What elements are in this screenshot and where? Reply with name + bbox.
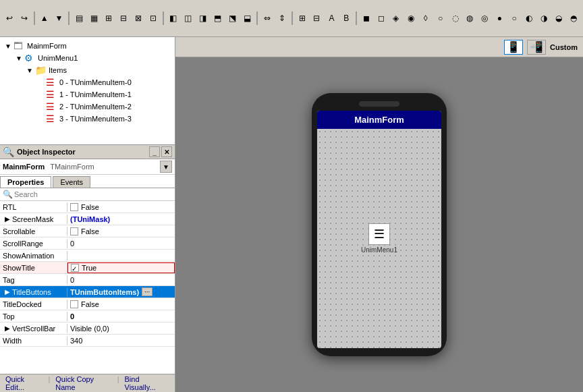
tree-item-mainform[interactable]: ▼ 🗔 MainmForm (0, 40, 175, 52)
prop-value-scrollable: False (67, 227, 175, 236)
prop-row-width: Width 340 (0, 335, 175, 347)
toolbar-btn-redo[interactable]: ↪ (18, 11, 31, 26)
tree-toggle-unimenu1[interactable]: ▼ (13, 55, 24, 62)
left-panel: ▼ 🗔 MainmForm ▼ ⚙ UnimMenu1 ▼ 📁 Items (0, 37, 175, 392)
device-toolbar: 📱 📲 Custom (175, 37, 583, 57)
toolbar-btn-c1[interactable]: ◼ (360, 11, 373, 26)
phone-notch (359, 101, 399, 107)
inspector-minimize-btn[interactable]: _ (149, 146, 160, 157)
prop-checkbox-showtitle[interactable] (71, 264, 79, 272)
prop-value-scrollrange: 0 (67, 239, 175, 248)
prop-row-top: Top 0 (0, 310, 175, 323)
tree-item-items[interactable]: ▼ 📁 Items (0, 64, 175, 76)
prop-row-showanimation: ShowAnimation (0, 250, 175, 262)
phone-component-unimenu[interactable]: ☰ UnimMenu1 (361, 223, 397, 254)
toolbar-btn-1[interactable]: ▤ (72, 11, 86, 26)
tree-item-item0[interactable]: ☰ 0 - TUnimMenuItem-0 (0, 76, 175, 88)
tree-item-unimenu1[interactable]: ▼ ⚙ UnimMenu1 (0, 52, 175, 64)
toolbar-btn-4[interactable]: ⊟ (117, 11, 130, 26)
toolbar-btn-undo[interactable]: ↩ (3, 11, 16, 26)
prop-checkbox-rtl[interactable] (70, 203, 78, 211)
prop-name-showtitle: ShowTitle (0, 263, 67, 273)
prop-row-vertscrollbar: ▶VertScrollBar Visible (0,0) (0, 323, 175, 335)
prop-val-titledocked: False (81, 300, 99, 308)
object-type: TMainmForm (50, 163, 94, 171)
toolbar-btn-snap[interactable]: ⊟ (310, 11, 324, 26)
toolbar-btn-c5[interactable]: ◊ (419, 11, 433, 26)
toolbar-btn-c4[interactable]: ◉ (404, 11, 418, 26)
tree-item-item3[interactable]: ☰ 3 - TUnimMenuItem-3 (0, 113, 175, 125)
device-landscape-btn[interactable]: 📲 (527, 40, 546, 55)
prop-name-top: Top (0, 312, 67, 321)
quick-copy-name-btn[interactable]: Quick Copy Name (53, 375, 114, 391)
prop-expand-titlebuttons[interactable]: ▶ (3, 288, 12, 296)
search-input[interactable] (14, 190, 172, 198)
tree-item-item1[interactable]: ☰ 1 - TUnimMenuItem-1 (0, 88, 175, 101)
prop-checkbox-titledocked[interactable] (70, 300, 78, 308)
toolbar-btn-align-bot[interactable]: ⬓ (240, 11, 254, 26)
prop-row-scrollable: Scrollable False (0, 225, 175, 237)
prop-expand-screenmask[interactable]: ▶ (3, 215, 12, 223)
toolbar-btn-dist-v[interactable]: ⇕ (275, 11, 289, 26)
toolbar-btn-c9[interactable]: ◎ (478, 11, 491, 26)
toolbar-btn-align-top[interactable]: ⬒ (211, 11, 224, 26)
tree-toggle-mainform[interactable]: ▼ (3, 43, 13, 50)
toolbar-btn-dist-h[interactable]: ⇔ (260, 11, 274, 26)
toolbar-btn-a[interactable]: A (325, 11, 338, 26)
phone-canvas[interactable]: ☰ UnimMenu1 (317, 129, 441, 348)
tree-toggle-items[interactable]: ▼ (24, 67, 35, 74)
toolbar-btn-grid[interactable]: ⊞ (296, 11, 309, 26)
toolbar-btn-c12[interactable]: ◐ (522, 11, 536, 26)
toolbar-btn-c15[interactable]: ◓ (567, 11, 580, 26)
prop-val-scrollable: False (81, 227, 99, 235)
toolbar-btn-c7[interactable]: ◌ (449, 11, 462, 26)
toolbar-btn-align-center[interactable]: ◫ (182, 11, 195, 26)
toolbar-btn-c11[interactable]: ○ (507, 11, 521, 26)
toolbar-btn-align-right[interactable]: ◨ (196, 11, 209, 26)
toolbar-btn-c13[interactable]: ◑ (537, 11, 551, 26)
toolbar-sep-6 (356, 11, 357, 25)
prop-value-titledocked: False (67, 300, 175, 309)
prop-checkbox-scrollable[interactable] (70, 227, 78, 235)
toolbar-btn-6[interactable]: ⊡ (146, 11, 160, 26)
toolbar-btn-2[interactable]: ▦ (87, 11, 101, 26)
toolbar-btn-c3[interactable]: ◈ (389, 11, 403, 26)
prop-row-rtl: RTL False (0, 201, 175, 213)
tree-label-item1: 1 - TUnimMenuItem-1 (59, 90, 132, 99)
toolbar-btn-down[interactable]: ▼ (53, 11, 66, 26)
form-title-text: MainmForm (354, 115, 404, 125)
toolbar-btn-align-mid[interactable]: ⬔ (225, 11, 239, 26)
tab-properties[interactable]: Properties (0, 176, 51, 188)
tree-item-item2[interactable]: ☰ 2 - TUnimMenuItem-2 (0, 101, 175, 113)
toolbar-btn-c2[interactable]: ◻ (374, 11, 388, 26)
tree-label-item0: 0 - TUnimMenuItem-0 (59, 78, 132, 86)
right-main: 📱 📲 Custom MainmForm ☰ (175, 37, 583, 392)
tree-label-item2: 2 - TUnimMenuItem-2 (59, 103, 132, 111)
toolbar-btn-align-left[interactable]: ◧ (167, 11, 180, 26)
tab-events[interactable]: Events (53, 176, 90, 188)
toolbar-btn-c8[interactable]: ◍ (464, 11, 477, 26)
main-layout: ▼ 🗔 MainmForm ▼ ⚙ UnimMenu1 ▼ 📁 Items (0, 37, 583, 392)
prop-row-screenmask: ▶ScreenMask (TUniMask) (0, 213, 175, 225)
toolbar-btn-up[interactable]: ▲ (38, 11, 51, 26)
object-inspector: 🔍 Object Inspector _ ✕ MainmForm TMainmF… (0, 145, 175, 392)
toolbar-btn-5[interactable]: ⊠ (132, 11, 145, 26)
toolbar-btn-c6[interactable]: ○ (434, 11, 447, 26)
toolbar-btn-b[interactable]: B (339, 11, 353, 26)
bind-visually-btn[interactable]: Bind Visually... (122, 375, 172, 391)
device-portrait-btn[interactable]: 📱 (504, 40, 523, 55)
toolbar-btn-3[interactable]: ⊞ (102, 11, 115, 26)
object-dropdown[interactable]: ▼ (160, 161, 172, 173)
toolbar-sep-4 (256, 11, 258, 25)
prop-value-showanimation (67, 255, 175, 256)
prop-expand-vertscrollbar[interactable]: ▶ (3, 325, 12, 332)
inspector-close-btn[interactable]: ✕ (161, 146, 172, 157)
quick-edit-btn[interactable]: Quick Edit... (3, 375, 45, 391)
toolbar-btn-c10[interactable]: ● (493, 11, 506, 26)
menuitem-icon-2: ☰ (46, 101, 58, 112)
menuitem-icon-0: ☰ (46, 77, 58, 88)
prop-titlebuttons-edit-btn[interactable]: ··· (142, 287, 152, 296)
bottom-sep-2: | (117, 375, 119, 391)
toolbar-sep-3 (163, 11, 164, 25)
toolbar-btn-c14[interactable]: ◒ (552, 11, 565, 26)
